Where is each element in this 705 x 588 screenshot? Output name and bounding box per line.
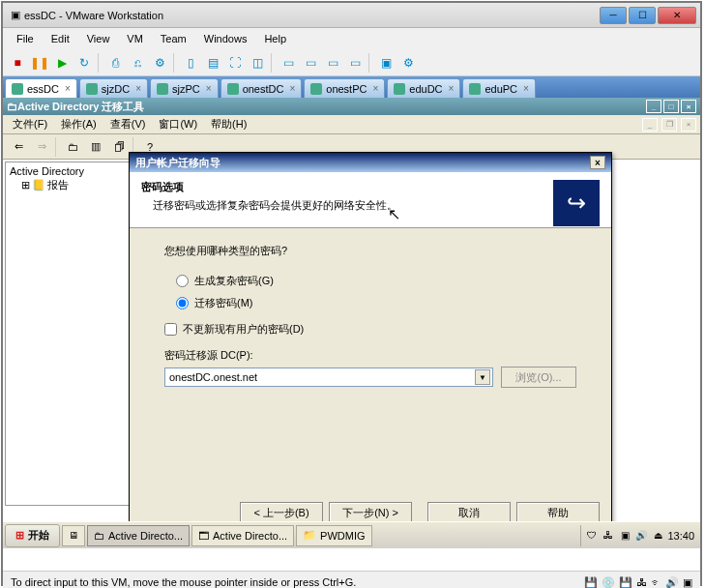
- device-floppy-icon[interactable]: 💾: [619, 576, 632, 589]
- menu-team[interactable]: Team: [153, 31, 194, 46]
- tab-close-icon[interactable]: ×: [206, 83, 212, 94]
- clock[interactable]: 13:40: [667, 530, 694, 542]
- radio-generate-input[interactable]: [176, 275, 189, 287]
- device-sound-icon[interactable]: 🔊: [665, 576, 679, 589]
- back-icon[interactable]: ⇐: [7, 136, 30, 158]
- tray-vm-icon[interactable]: ▣: [618, 529, 632, 543]
- reset-icon[interactable]: ↻: [73, 52, 95, 74]
- ad-menu-view[interactable]: 查看(V): [104, 115, 152, 133]
- check-no-update[interactable]: 不更新现有用户的密码(D): [164, 314, 576, 340]
- menu-file[interactable]: File: [9, 31, 42, 46]
- tab-close-icon[interactable]: ×: [449, 83, 455, 94]
- device-usb-icon[interactable]: ᯤ: [651, 576, 661, 589]
- ad-min-icon[interactable]: _: [646, 100, 661, 113]
- ad-menu-help[interactable]: 帮助(H): [205, 115, 252, 133]
- mdi-close-icon[interactable]: ×: [681, 118, 696, 132]
- ad-close-icon[interactable]: ×: [681, 100, 696, 113]
- expand-icon[interactable]: ⊞: [21, 179, 30, 191]
- device-hdd-icon[interactable]: 💾: [584, 576, 598, 589]
- device-net-icon[interactable]: 🖧: [636, 576, 647, 589]
- radio-migrate-input[interactable]: [176, 297, 189, 309]
- tab-close-icon[interactable]: ×: [289, 83, 295, 94]
- menu-help[interactable]: Help: [256, 31, 294, 46]
- menu-edit[interactable]: Edit: [44, 31, 77, 46]
- mdi-min-icon[interactable]: _: [642, 118, 658, 132]
- tab-close-icon[interactable]: ×: [65, 83, 71, 94]
- manage-icon[interactable]: ⚙: [149, 52, 170, 74]
- suspend-icon[interactable]: ❚❚: [29, 52, 50, 74]
- fwd-icon[interactable]: ⇒: [30, 136, 53, 158]
- ad-tree[interactable]: Active Directory ⊞📒报告: [5, 162, 131, 506]
- sidebar-icon[interactable]: ▯: [180, 52, 201, 74]
- ql-desktop[interactable]: 🖥: [62, 525, 85, 546]
- vm-display[interactable]: 🗀 Active Directory 迁移工具 _ □ × 文件(F) 操作(A…: [3, 98, 700, 571]
- radio-generate-password[interactable]: 生成复杂密码(G): [164, 270, 576, 292]
- tab-sjzdc[interactable]: sjzDC×: [79, 78, 148, 98]
- vm-icon: [227, 83, 239, 95]
- ad-menubar: 文件(F) 操作(A) 查看(V) 窗口(W) 帮助(H) _ ❐ ×: [3, 115, 700, 134]
- task-ad2[interactable]: 🗔Active Directo...: [191, 525, 294, 546]
- tab-close-icon[interactable]: ×: [372, 83, 378, 94]
- tray-sec-icon[interactable]: 🛡: [585, 529, 599, 543]
- window-title: ▣ essDC - VMware Workstation: [7, 9, 600, 21]
- tray-eject-icon[interactable]: ⏏: [651, 529, 664, 543]
- menu-vm[interactable]: VM: [119, 31, 151, 46]
- maximize-button[interactable]: ☐: [629, 7, 656, 24]
- unity-icon[interactable]: ◫: [247, 52, 268, 74]
- ad-menu-file[interactable]: 文件(F): [7, 115, 53, 133]
- props-icon[interactable]: ▥: [84, 136, 107, 158]
- tree-root[interactable]: Active Directory: [8, 164, 128, 178]
- poweroff-icon[interactable]: ■: [7, 52, 28, 74]
- ad-menu-window[interactable]: 窗口(W): [153, 115, 203, 133]
- settings-icon[interactable]: ⚙: [397, 52, 419, 74]
- mdi-restore-icon[interactable]: ❐: [661, 118, 677, 132]
- tab-onestdc[interactable]: onestDC×: [220, 78, 303, 98]
- snapshot-icon[interactable]: ⎙: [104, 52, 126, 74]
- view2-icon[interactable]: ▭: [300, 52, 321, 74]
- thumbnail-icon[interactable]: ▤: [202, 52, 223, 74]
- wizard-titlebar[interactable]: 用户帐户迁移向导 ×: [130, 153, 611, 172]
- wizard-close-button[interactable]: ×: [590, 156, 605, 169]
- tab-edudc[interactable]: eduDC×: [387, 78, 460, 98]
- vm-icon: [12, 83, 23, 95]
- device-display-icon[interactable]: ▣: [683, 576, 692, 589]
- tab-sjzpc[interactable]: sjzPC×: [150, 78, 219, 98]
- system-tray[interactable]: 🛡 🖧 ▣ 🔊 ⏏ 13:40: [580, 525, 698, 546]
- tab-close-icon[interactable]: ×: [523, 83, 529, 94]
- task-pwdmig[interactable]: 📁PWDMIG: [296, 525, 371, 546]
- refresh-icon[interactable]: 🗍: [107, 136, 131, 158]
- menu-view[interactable]: View: [79, 31, 118, 46]
- up-icon[interactable]: 🗀: [61, 136, 84, 158]
- tree-report[interactable]: ⊞📒报告: [8, 178, 128, 192]
- radio-migrate-label: 迁移密码(M): [194, 296, 253, 310]
- capture-icon[interactable]: ▣: [375, 52, 397, 74]
- tray-vol-icon[interactable]: 🔊: [634, 529, 648, 543]
- view1-icon[interactable]: ▭: [278, 52, 299, 74]
- tab-essdc[interactable]: essDC×: [5, 78, 77, 98]
- tab-close-icon[interactable]: ×: [135, 83, 141, 94]
- back-button[interactable]: < 上一步(B): [240, 502, 323, 523]
- source-dc-combo[interactable]: onestDC.onest.net ▼: [164, 368, 493, 387]
- poweron-icon[interactable]: ▶: [51, 52, 73, 74]
- ad-menu-action[interactable]: 操作(A): [55, 115, 103, 133]
- ad-max-icon[interactable]: □: [663, 100, 679, 113]
- task-ad1[interactable]: 🗀Active Directo...: [87, 525, 190, 546]
- tray-net-icon[interactable]: 🖧: [602, 529, 615, 543]
- start-button[interactable]: ⊞ 开始: [5, 524, 60, 547]
- check-no-update-input[interactable]: [164, 323, 177, 336]
- menu-windows[interactable]: Windows: [196, 31, 255, 46]
- radio-migrate-password[interactable]: 迁移密码(M): [164, 292, 576, 314]
- next-button[interactable]: 下一步(N) >: [329, 502, 412, 523]
- view4-icon[interactable]: ▭: [344, 52, 366, 74]
- help-button[interactable]: 帮助: [516, 502, 600, 523]
- chevron-down-icon[interactable]: ▼: [475, 369, 490, 385]
- minimize-button[interactable]: ─: [600, 7, 627, 24]
- tab-onestpc[interactable]: onestPC×: [304, 78, 385, 98]
- fullscreen-icon[interactable]: ⛶: [224, 52, 246, 74]
- cancel-button[interactable]: 取消: [427, 502, 511, 523]
- view3-icon[interactable]: ▭: [322, 52, 343, 74]
- close-button[interactable]: ✕: [658, 7, 696, 24]
- tab-edupc[interactable]: eduPC×: [462, 78, 535, 98]
- device-cd-icon[interactable]: 💿: [602, 576, 615, 589]
- revert-icon[interactable]: ⎌: [127, 52, 148, 74]
